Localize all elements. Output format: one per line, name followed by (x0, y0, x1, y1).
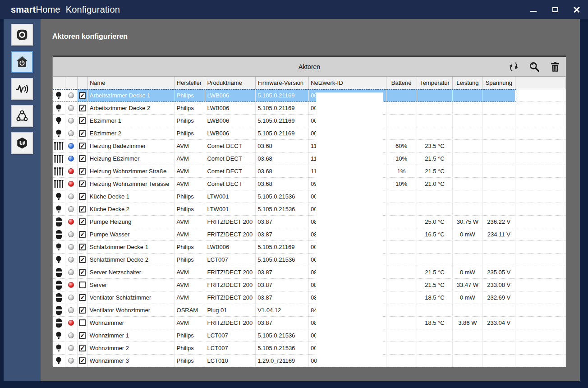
row-checkbox[interactable] (79, 92, 86, 99)
table-row[interactable]: Pumpe HeizungAVMFRITZ!DECT 20003.870825.… (53, 216, 566, 228)
leistung-cell (453, 190, 482, 203)
sidebar-item-webcam[interactable] (11, 24, 33, 46)
filler-cell (515, 228, 566, 240)
row-checkbox[interactable] (79, 319, 86, 326)
refresh-icon[interactable] (506, 60, 521, 74)
table-title: Aktoren (53, 57, 566, 77)
row-checkbox[interactable] (79, 256, 86, 263)
table-row[interactable]: Ventilator WohnzimmerOSRAMPlug 01V1.04.1… (53, 304, 566, 317)
row-checkbox[interactable] (79, 269, 86, 276)
home-power-icon (15, 55, 29, 69)
row-checkbox[interactable] (79, 193, 86, 200)
name-cell: Ventilator Wohnzimmer (88, 304, 175, 316)
batterie-cell: 10% (386, 152, 417, 165)
radiator-icon (53, 165, 65, 177)
column-header-firmware-version[interactable]: Firmware-Version (256, 77, 309, 89)
row-checkbox[interactable] (79, 218, 86, 225)
table-row[interactable]: WohnzimmerAVMFRITZ!DECT 20003.870818.5 °… (53, 317, 566, 329)
table-row[interactable]: Arbeitszimmer Decke 1PhilipsLWB0065.105.… (53, 89, 566, 102)
row-checkbox[interactable] (79, 231, 86, 238)
column-header-netzwerk-id[interactable]: Netzwerk-ID (309, 77, 386, 89)
table-row[interactable]: Heizung BadezimmerAVMComet DECT03.681160… (53, 140, 566, 152)
minimize-icon[interactable] (528, 4, 539, 15)
spannung-cell (482, 241, 515, 253)
produktname-cell: LTW001 (205, 190, 256, 203)
sidebar-item-sensors[interactable] (11, 78, 33, 100)
column-header-temperatur[interactable]: Temperatur (417, 77, 453, 89)
spannung-cell (482, 355, 515, 367)
temperatur-cell (417, 115, 453, 127)
search-icon[interactable] (527, 60, 542, 74)
column-header-produktname[interactable]: Produktname (205, 77, 256, 89)
produktname-cell: LWB006 (205, 102, 256, 114)
app-name: Konfiguration (66, 5, 120, 14)
column-header-empty[interactable] (53, 77, 65, 89)
leistung-cell (453, 254, 482, 266)
table-row[interactable]: Eßzimmer 2PhilipsLWB0065.105.0.2116900 (53, 127, 566, 140)
row-checkbox[interactable] (79, 180, 86, 187)
row-checkbox[interactable] (79, 168, 86, 175)
batterie-cell (386, 279, 417, 291)
row-checkbox-cell (78, 203, 88, 215)
table-row[interactable]: Küche Decke 2PhilipsLTW0015.105.0.215360… (53, 203, 566, 216)
table-row[interactable]: Schlafzimmer Decke 1PhilipsLWB0065.105.0… (53, 241, 566, 254)
row-checkbox[interactable] (79, 117, 86, 124)
column-header-empty[interactable] (515, 77, 566, 89)
plug-icon (53, 304, 65, 316)
table-row[interactable]: ServerAVMFRITZ!DECT 20003.870821.5 °C33.… (53, 279, 566, 291)
row-checkbox[interactable] (79, 105, 86, 111)
column-header-empty[interactable] (78, 77, 88, 89)
row-checkbox[interactable] (79, 282, 86, 288)
trash-icon[interactable] (548, 60, 562, 74)
temperatur-cell (417, 254, 453, 266)
table-row[interactable]: Wohnzimmer 1PhilipsLCT0075.105.0.2153600 (53, 329, 566, 342)
table-row[interactable]: Küche Decke 1PhilipsLTW0015.105.0.215360… (53, 190, 566, 203)
table-row[interactable]: Pumpe WasserAVMFRITZ!DECT 20003.870816.5… (53, 228, 566, 241)
sidebar-item-home[interactable] (11, 51, 33, 73)
status-dot-red (65, 279, 78, 291)
table-row[interactable]: Eßzimmer 1PhilipsLWB0065.105.0.2116900 (53, 115, 566, 127)
produktname-cell: LWB006 (205, 115, 256, 127)
column-header-empty[interactable] (65, 77, 78, 89)
column-header-hersteller[interactable]: Hersteller (175, 77, 206, 89)
row-checkbox[interactable] (79, 332, 86, 339)
row-checkbox[interactable] (79, 206, 86, 212)
table-row[interactable]: Heizung Wohnzimmer StraßeAVMComet DECT03… (53, 165, 566, 178)
row-checkbox[interactable] (79, 357, 86, 364)
row-checkbox[interactable] (79, 244, 86, 250)
table-row[interactable]: Wohnzimmer 3PhilipsLCT0101.29.0_r2116900 (53, 355, 566, 367)
row-checkbox[interactable] (79, 143, 86, 149)
column-header-batterie[interactable]: Batterie (386, 77, 417, 89)
maximize-icon[interactable] (549, 4, 561, 15)
row-checkbox[interactable] (79, 155, 86, 162)
row-checkbox[interactable] (79, 130, 86, 137)
hersteller-cell: AVM (175, 165, 206, 177)
firmware-cell: 5.105.0.21536 (256, 342, 309, 354)
column-header-spannung[interactable]: Spannung (482, 77, 515, 89)
row-checkbox-cell (78, 279, 88, 291)
firmware-cell: 5.105.0.21169 (256, 127, 309, 139)
firmware-cell: 03.68 (256, 140, 309, 152)
row-checkbox-cell (78, 152, 88, 165)
table-row[interactable]: Schlafzimmer Decke 2PhilipsLCT0075.105.0… (53, 254, 566, 266)
temperatur-cell (417, 241, 453, 253)
row-checkbox[interactable] (79, 294, 86, 301)
status-dot-gray (65, 241, 78, 253)
sidebar-item-logo[interactable] (11, 132, 33, 154)
firmware-cell: 5.105.0.21536 (256, 190, 309, 203)
table-row[interactable]: Heizung EßzimmerAVMComet DECT03.681110%2… (53, 152, 566, 165)
row-checkbox[interactable] (79, 307, 86, 314)
table-row[interactable]: Heizung Wohnzimmer TerasseAVMComet DECT0… (53, 178, 566, 190)
column-header-name[interactable]: Name (88, 77, 175, 89)
batterie-cell (386, 329, 417, 342)
sidebar-item-network[interactable] (11, 105, 33, 127)
table-row[interactable]: Arbeitszimmer Decke 2PhilipsLWB0065.105.… (53, 102, 566, 115)
table-row[interactable]: Ventilator SchlafzimmerAVMFRITZ!DECT 200… (53, 291, 566, 304)
row-checkbox[interactable] (79, 345, 86, 351)
table-row[interactable]: Wohnzimmer 2PhilipsLCT0075.105.0.2153600 (53, 342, 566, 355)
table-row[interactable]: Server NetzschalterAVMFRITZ!DECT 20003.8… (53, 266, 566, 279)
row-checkbox-cell (78, 342, 88, 354)
leistung-cell (453, 127, 482, 139)
column-header-leistung[interactable]: Leistung (453, 77, 482, 89)
close-icon[interactable] (571, 4, 583, 15)
